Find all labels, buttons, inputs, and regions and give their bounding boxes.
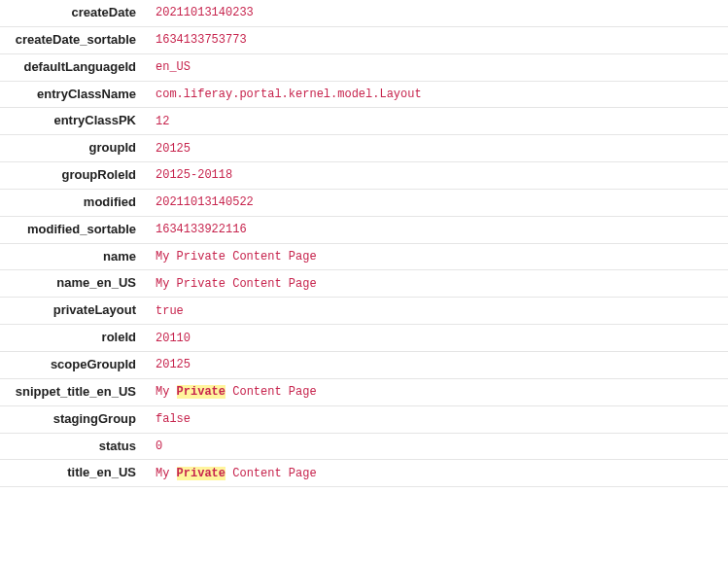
property-row: groupRoleId20125-20118 bbox=[0, 162, 728, 190]
property-value: false bbox=[146, 406, 728, 432]
property-key: createDate bbox=[0, 0, 146, 26]
property-row: createDate_sortable1634133753773 bbox=[0, 27, 728, 54]
property-value: My Private Content Page bbox=[146, 244, 728, 269]
property-value: 20125-20118 bbox=[146, 162, 728, 188]
property-row: name_en_USMy Private Content Page bbox=[0, 270, 728, 298]
property-key: roleId bbox=[0, 325, 146, 351]
property-key: stagingGroup bbox=[0, 406, 146, 433]
property-value: My Private Content Page bbox=[146, 271, 728, 297]
property-row: defaultLanguageIden_US bbox=[0, 54, 728, 82]
property-key: name_en_US bbox=[0, 270, 146, 297]
property-value: 1634133922116 bbox=[146, 217, 728, 242]
property-row: modified20211013140522 bbox=[0, 190, 728, 217]
property-key: name bbox=[0, 244, 146, 270]
highlight-text: Private bbox=[177, 467, 225, 480]
property-key: groupId bbox=[0, 135, 146, 161]
property-value: true bbox=[146, 299, 728, 324]
property-row: privateLayouttrue bbox=[0, 298, 728, 325]
properties-table: createDate20211013140233createDate_sorta… bbox=[0, 0, 728, 487]
property-row: title_en_USMy Private Content Page bbox=[0, 460, 728, 487]
property-value: 20125 bbox=[146, 136, 728, 161]
property-value: en_US bbox=[146, 54, 728, 80]
property-key: status bbox=[0, 434, 146, 460]
property-key: title_en_US bbox=[0, 460, 146, 486]
property-key: entryClassName bbox=[0, 82, 146, 108]
property-row: entryClassNamecom.liferay.portal.kernel.… bbox=[0, 82, 728, 109]
property-value: My Private Content Page bbox=[146, 461, 728, 486]
property-row: scopeGroupId20125 bbox=[0, 352, 728, 379]
property-key: modified_sortable bbox=[0, 217, 146, 243]
property-value: 20211013140233 bbox=[146, 0, 728, 25]
property-row: createDate20211013140233 bbox=[0, 0, 728, 27]
property-row: snippet_title_en_USMy Private Content Pa… bbox=[0, 379, 728, 406]
property-value: 20211013140522 bbox=[146, 190, 728, 215]
property-key: privateLayout bbox=[0, 298, 146, 324]
property-value: 1634133753773 bbox=[146, 27, 728, 53]
property-row: roleId20110 bbox=[0, 325, 728, 352]
property-row: modified_sortable1634133922116 bbox=[0, 217, 728, 244]
property-row: entryClassPK12 bbox=[0, 108, 728, 135]
property-row: nameMy Private Content Page bbox=[0, 244, 728, 271]
property-key: modified bbox=[0, 190, 146, 216]
property-row: status0 bbox=[0, 434, 728, 461]
property-key: snippet_title_en_US bbox=[0, 379, 146, 405]
property-value: 20125 bbox=[146, 352, 728, 377]
property-value: 12 bbox=[146, 109, 728, 134]
property-key: groupRoleId bbox=[0, 162, 146, 189]
property-key: scopeGroupId bbox=[0, 352, 146, 378]
property-key: createDate_sortable bbox=[0, 27, 146, 53]
property-row: groupId20125 bbox=[0, 135, 728, 162]
property-value: 20110 bbox=[146, 326, 728, 351]
property-value: 0 bbox=[146, 434, 728, 459]
property-row: stagingGroupfalse bbox=[0, 406, 728, 434]
property-value: com.liferay.portal.kernel.model.Layout bbox=[146, 82, 728, 107]
property-key: entryClassPK bbox=[0, 108, 146, 134]
property-value: My Private Content Page bbox=[146, 379, 728, 405]
property-key: defaultLanguageId bbox=[0, 54, 146, 81]
highlight-text: Private bbox=[177, 385, 225, 399]
